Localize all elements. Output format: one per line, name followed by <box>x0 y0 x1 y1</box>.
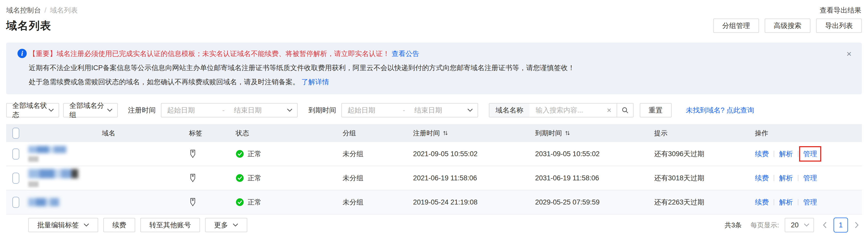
status-badge: 正常 <box>248 149 261 159</box>
search-icon[interactable] <box>617 104 633 117</box>
notice-line-3-text: 处于急需续费或急需赎回状态的域名，如您确认不再续费或赎回域名，请及时注销备案。 <box>29 78 300 86</box>
transfer-account-button[interactable]: 转至其他账号 <box>140 218 200 232</box>
domain-not-found-link[interactable]: 未找到域名? 点此查询 <box>686 106 754 115</box>
batch-renew-button[interactable]: 续费 <box>103 218 135 232</box>
next-page-icon[interactable] <box>851 222 862 229</box>
chevron-down-icon <box>84 223 89 227</box>
more-button[interactable]: 更多 <box>205 218 247 232</box>
notice-content: 【重要】域名注册必须使用已完成实名认证的信息模板；未实名认证域名不能续费、将被暂… <box>29 47 844 89</box>
title-row: 域名列表 分组管理 高级搜索 导出列表 <box>0 15 868 33</box>
column-exp-time: 到期时间 <box>535 129 654 138</box>
clear-icon[interactable]: × <box>605 106 617 114</box>
row-checkbox[interactable] <box>12 197 19 208</box>
action-dns-resolve[interactable]: 解析 <box>779 198 793 207</box>
action-manage[interactable]: 管理 <box>803 173 817 183</box>
tag-icon[interactable] <box>189 149 197 159</box>
column-group: 分组 <box>343 129 413 138</box>
breadcrumb-separator: / <box>44 6 46 14</box>
advanced-search-button[interactable]: 高级搜索 <box>765 19 810 33</box>
chevron-down-icon <box>232 223 238 227</box>
pagination: 共3条 每页显示: 20 1 <box>724 217 862 233</box>
exp-time-value: 2029-05-25 07:59:59 <box>535 198 600 206</box>
chevron-down-icon <box>48 108 54 112</box>
group-value: 未分组 <box>343 149 364 159</box>
breadcrumb: 域名控制台 / 域名列表 <box>6 6 78 15</box>
status-ok-icon <box>236 150 244 158</box>
domain-group-dropdown[interactable]: 全部域名分组 <box>63 103 118 117</box>
reset-button[interactable]: 重置 <box>640 103 672 117</box>
column-reg-time-label: 注册时间 <box>413 129 440 138</box>
export-list-button[interactable]: 导出列表 <box>816 19 862 33</box>
action-manage[interactable]: 管理 <box>803 198 817 207</box>
domain-cell[interactable] <box>28 146 189 162</box>
column-reg-time: 注册时间 <box>413 129 535 138</box>
column-tag: 标签 <box>189 129 236 138</box>
table-row: 正常 未分组 2019-05-24 21:19:08 2029-05-25 07… <box>6 191 862 214</box>
table-row: 正常 未分组 2021-09-05 10:55:02 2031-09-05 10… <box>6 142 862 166</box>
status-ok-icon <box>236 198 244 206</box>
total-count: 共3条 <box>724 221 742 230</box>
row-checkbox[interactable] <box>12 173 19 184</box>
prev-page-icon[interactable] <box>820 222 830 229</box>
chevron-down-icon <box>287 108 292 112</box>
reg-time-range-picker[interactable]: 起始日期 - 结束日期 <box>161 103 298 117</box>
domain-status-dropdown[interactable]: 全部域名状态 <box>6 103 59 117</box>
batch-edit-tags-button[interactable]: 批量编辑标签 <box>28 218 98 232</box>
column-status: 状态 <box>236 129 343 138</box>
redacted-domain-subtext <box>28 181 38 187</box>
learn-more-link[interactable]: 了解详情 <box>302 78 329 86</box>
reg-start-date-field[interactable]: 起始日期 <box>167 106 222 115</box>
action-cell: 续费解析管理 <box>755 173 862 183</box>
reg-end-date-field[interactable]: 结束日期 <box>234 106 287 115</box>
action-renew[interactable]: 续费 <box>755 173 769 183</box>
footer-bar: 批量编辑标签 续费 转至其他账号 更多 共3条 每页显示: 20 1 <box>0 214 868 233</box>
exp-time-range-picker[interactable]: 起始日期 - 结束日期 <box>341 103 478 117</box>
action-dns-resolve[interactable]: 解析 <box>779 173 793 183</box>
action-renew[interactable]: 续费 <box>755 149 769 159</box>
current-page-button[interactable]: 1 <box>834 217 848 233</box>
redacted-domain-name <box>28 146 66 153</box>
action-cell: 续费解析管理 <box>755 149 862 159</box>
highlight-annotation-box: 管理 <box>799 146 821 162</box>
page-size-dropdown[interactable]: 20 <box>785 218 814 232</box>
domain-cell[interactable] <box>28 169 189 187</box>
chevron-down-icon <box>804 223 809 227</box>
action-divider <box>774 175 774 181</box>
breadcrumb-root[interactable]: 域名控制台 <box>6 6 41 15</box>
close-icon[interactable]: × <box>846 49 851 58</box>
top-bar: 域名控制台 / 域名列表 查看导出结果 <box>0 0 868 15</box>
date-range-separator: - <box>222 106 225 114</box>
reg-time-filter-label: 注册时间 <box>128 106 156 115</box>
sort-icon[interactable] <box>564 130 570 136</box>
tag-icon[interactable] <box>189 198 197 207</box>
select-all-checkbox[interactable] <box>12 128 19 139</box>
search-field-label: 域名名称 <box>489 104 529 117</box>
batch-actions: 批量编辑标签 续费 转至其他账号 更多 <box>28 218 247 232</box>
domain-table: 域名 标签 状态 分组 注册时间 到期时间 提示 操作 <box>6 124 862 214</box>
column-hint: 提示 <box>654 129 755 138</box>
action-divider <box>774 151 774 157</box>
domain-cell[interactable] <box>28 198 189 206</box>
title-buttons: 分组管理 高级搜索 导出列表 <box>713 19 862 33</box>
action-divider <box>798 175 798 181</box>
column-domain: 域名 <box>28 129 189 138</box>
expiry-hint: 还有3018天过期 <box>654 173 704 183</box>
page-size-label: 每页显示: <box>750 221 779 230</box>
action-renew[interactable]: 续费 <box>755 198 769 207</box>
domain-status-dropdown-value: 全部域名状态 <box>12 101 48 119</box>
filter-bar: 全部域名状态 全部域名分组 注册时间 起始日期 - 结束日期 到期时间 起始日期… <box>6 103 862 117</box>
exp-end-date-field[interactable]: 结束日期 <box>414 106 467 115</box>
tag-icon[interactable] <box>189 173 197 183</box>
search-input[interactable] <box>529 104 605 117</box>
group-manage-button[interactable]: 分组管理 <box>713 19 759 33</box>
row-checkbox[interactable] <box>12 148 19 160</box>
view-announcement-link[interactable]: 查看公告 <box>392 50 420 58</box>
group-value: 未分组 <box>343 198 364 207</box>
table-header: 域名 标签 状态 分组 注册时间 到期时间 提示 操作 <box>6 124 862 142</box>
sort-icon[interactable] <box>442 130 448 136</box>
exp-start-date-field[interactable]: 起始日期 <box>347 106 403 115</box>
notice-line-2: 近期有不法企业利用ICP备案信息等公示信息向网站主办单位邮寄域名注册证书等纸质文… <box>29 61 844 75</box>
action-dns-resolve[interactable]: 解析 <box>779 149 793 159</box>
view-export-result-link[interactable]: 查看导出结果 <box>820 6 861 15</box>
action-manage[interactable]: 管理 <box>803 149 817 159</box>
